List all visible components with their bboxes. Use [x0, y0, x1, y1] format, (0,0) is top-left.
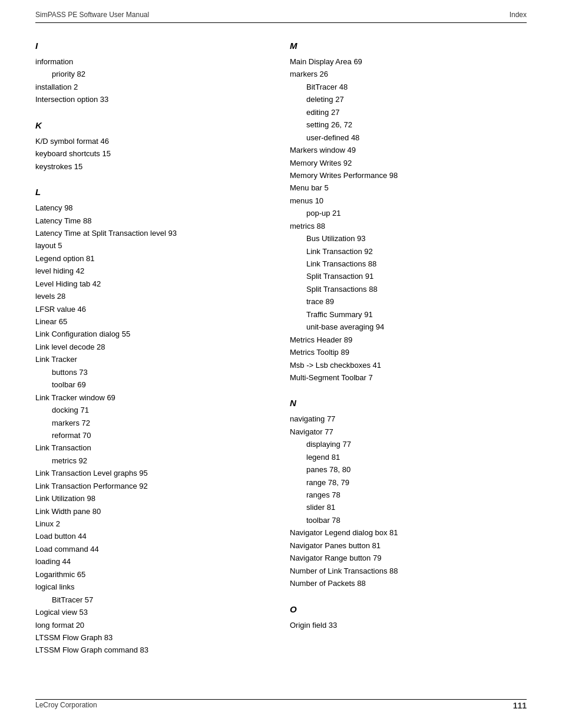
- index-section-l: LLatency 98Latency Time 88Latency Time a…: [35, 187, 272, 657]
- index-entry: ranges 78: [290, 489, 527, 501]
- index-entry: Link Transaction Level graphs 95: [35, 467, 272, 479]
- index-entry: K/D symbol format 46: [35, 135, 272, 147]
- index-entry: docking 71: [35, 404, 272, 416]
- index-entry: layout 5: [35, 239, 272, 252]
- index-entry: installation 2: [35, 81, 272, 93]
- index-entry: Link Configuration dialog 55: [35, 328, 272, 340]
- page-header: SimPASS PE Software User Manual Index: [0, 0, 562, 22]
- index-entry: Navigator Range button 79: [290, 552, 527, 564]
- index-entry: BitTracer 48: [290, 81, 527, 93]
- index-entry: priority 82: [35, 68, 272, 80]
- index-entry: loading 44: [35, 555, 272, 568]
- index-entry: Latency Time 88: [35, 215, 272, 227]
- index-entry: Logical view 53: [35, 606, 272, 618]
- index-entry: Msb -> Lsb checkboxes 41: [290, 359, 527, 371]
- index-section-o: OOrigin field 33: [290, 604, 527, 631]
- index-entry: Navigator Legend dialog box 81: [290, 526, 527, 539]
- index-entry: markers 72: [35, 417, 272, 429]
- index-entry: Navigator Panes button 81: [290, 539, 527, 552]
- index-entry: Markers window 49: [290, 144, 527, 156]
- index-entry: Link Width pane 80: [35, 505, 272, 518]
- header-right: Index: [510, 11, 527, 19]
- index-entry: LFSR value 46: [35, 303, 272, 315]
- index-entry: Load command 44: [35, 543, 272, 555]
- index-entry: Logarithmic 65: [35, 568, 272, 581]
- index-entry: Legend option 81: [35, 252, 272, 265]
- section-letter-o: O: [290, 604, 527, 614]
- index-entry: keystrokes 15: [35, 160, 272, 173]
- index-entry: Link level decode 28: [35, 341, 272, 353]
- index-entry: Link Transaction 92: [290, 245, 527, 258]
- section-letter-i: I: [35, 41, 272, 51]
- index-entry: Traffic Summary 91: [290, 308, 527, 321]
- index-entry: LTSSM Flow Graph 83: [35, 631, 272, 644]
- index-entry: deleting 27: [290, 93, 527, 106]
- page-number: 111: [513, 701, 527, 710]
- index-section-k: KK/D symbol format 46keyboard shortcuts …: [35, 120, 272, 173]
- index-entry: Menu bar 5: [290, 182, 527, 194]
- index-entry: Link Transactions 88: [290, 258, 527, 270]
- footer-company: LeCroy Corporation: [35, 701, 97, 710]
- section-letter-m: M: [290, 41, 527, 51]
- index-entry: Link Transaction Performance 92: [35, 480, 272, 492]
- section-letter-l: L: [35, 187, 272, 197]
- index-entry: Memory Writes 92: [290, 157, 527, 169]
- index-entry: Split Transaction 91: [290, 270, 527, 282]
- index-entry: Link Tracker window 69: [35, 391, 272, 404]
- index-entry: Split Transactions 88: [290, 283, 527, 295]
- index-entry: navigating 77: [290, 413, 527, 425]
- index-entry: menus 10: [290, 195, 527, 207]
- index-entry: displaying 77: [290, 438, 527, 450]
- index-entry: long format 20: [35, 619, 272, 631]
- index-entry: reformat 70: [35, 429, 272, 442]
- index-entry: Level Hiding tab 42: [35, 278, 272, 290]
- index-entry: Multi-Segment Toolbar 7: [290, 371, 527, 384]
- index-entry: legend 81: [290, 451, 527, 463]
- header-left: SimPASS PE Software User Manual: [35, 11, 149, 19]
- index-entry: Latency Time at Split Transaction level …: [35, 227, 272, 239]
- index-entry: Link Transaction: [35, 442, 272, 454]
- index-entry: Link Tracker: [35, 353, 272, 365]
- index-entry: Number of Packets 88: [290, 577, 527, 589]
- index-entry: panes 78, 80: [290, 463, 527, 476]
- page: SimPASS PE Software User Manual Index Ii…: [0, 0, 562, 728]
- index-entry: buttons 73: [35, 366, 272, 378]
- index-entry: Linear 65: [35, 315, 272, 328]
- index-entry: Metrics Tooltip 89: [290, 346, 527, 358]
- index-entry: markers 26: [290, 68, 527, 80]
- index-entry: Memory Writes Performance 98: [290, 169, 527, 182]
- index-section-n: Nnavigating 77Navigator 77displaying 77l…: [290, 398, 527, 589]
- index-entry: Latency 98: [35, 202, 272, 214]
- index-entry: editing 27: [290, 106, 527, 118]
- index-entry: levels 28: [35, 290, 272, 302]
- index-entry: Intersection option 33: [35, 93, 272, 106]
- index-entry: Origin field 33: [290, 619, 527, 631]
- index-entry: trace 89: [290, 295, 527, 308]
- index-entry: slider 81: [290, 501, 527, 513]
- section-letter-k: K: [35, 120, 272, 130]
- page-footer: LeCroy Corporation 111: [0, 695, 562, 716]
- index-section-i: Iinformationpriority 82installation 2Int…: [35, 41, 272, 106]
- index-entry: Metrics Header 89: [290, 334, 527, 346]
- right-column: MMain Display Area 69markers 26BitTracer…: [290, 41, 527, 671]
- index-entry: Link Utilization 98: [35, 492, 272, 505]
- index-entry: Number of Link Transactions 88: [290, 565, 527, 577]
- index-entry: toolbar 69: [35, 378, 272, 391]
- index-entry: logical links: [35, 581, 272, 593]
- index-entry: range 78, 79: [290, 476, 527, 489]
- index-section-m: MMain Display Area 69markers 26BitTracer…: [290, 41, 527, 384]
- index-entry: metrics 92: [35, 454, 272, 467]
- index-entry: Navigator 77: [290, 426, 527, 438]
- index-entry: BitTracer 57: [35, 594, 272, 606]
- index-entry: Load button 44: [35, 530, 272, 542]
- index-entry: user-defined 48: [290, 131, 527, 144]
- index-entry: setting 26, 72: [290, 118, 527, 131]
- index-entry: level hiding 42: [35, 265, 272, 277]
- section-letter-n: N: [290, 398, 527, 408]
- index-entry: toolbar 78: [290, 514, 527, 526]
- index-entry: information: [35, 55, 272, 68]
- left-column: Iinformationpriority 82installation 2Int…: [35, 41, 290, 671]
- index-entry: metrics 88: [290, 220, 527, 232]
- content-area: Iinformationpriority 82installation 2Int…: [0, 23, 562, 718]
- index-entry: unit-base averaging 94: [290, 321, 527, 333]
